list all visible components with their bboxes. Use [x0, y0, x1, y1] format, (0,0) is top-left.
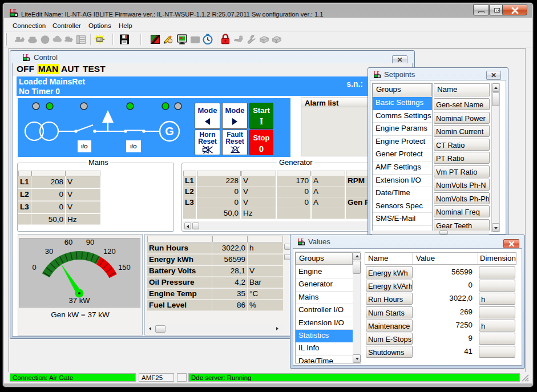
- svg-text:150: 150: [118, 263, 131, 272]
- svg-text:G: G: [165, 125, 174, 138]
- svg-text:I/O: I/O: [130, 144, 137, 149]
- svg-text:37 kW: 37 kW: [69, 296, 91, 305]
- svg-text:0: 0: [32, 263, 36, 272]
- svg-text:120: 120: [103, 247, 116, 256]
- svg-text:60: 60: [64, 238, 72, 246]
- svg-text:I/O: I/O: [81, 144, 88, 149]
- svg-text:30: 30: [45, 247, 53, 256]
- svg-text:90: 90: [86, 238, 94, 246]
